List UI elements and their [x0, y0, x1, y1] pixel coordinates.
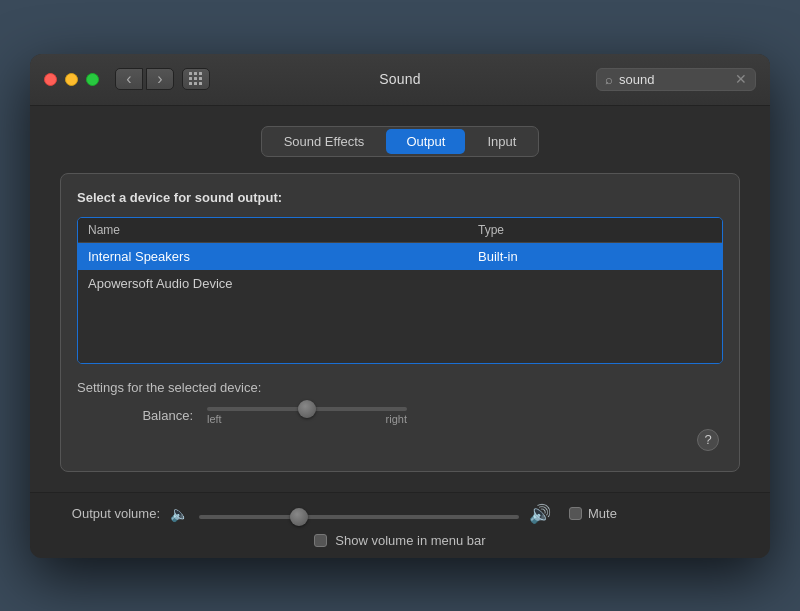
show-volume-row: Show volume in menu bar: [60, 533, 740, 548]
column-type-header: Type: [478, 223, 712, 237]
balance-slider[interactable]: [207, 407, 407, 411]
device-settings: Settings for the selected device: Balanc…: [77, 380, 723, 455]
search-input[interactable]: [619, 72, 729, 87]
tab-group: Sound Effects Output Input: [261, 126, 540, 157]
help-button[interactable]: ?: [697, 429, 719, 451]
settings-help-row: ?: [77, 429, 723, 455]
help-icon: ?: [704, 432, 711, 447]
minimize-button[interactable]: [65, 73, 78, 86]
search-clear-icon[interactable]: ✕: [735, 72, 747, 86]
bottom-bar: Output volume: 🔈 🔊 Mute Show volume in m…: [30, 492, 770, 558]
table-header: Name Type: [78, 218, 722, 243]
main-window: ‹ › Sound ⌕ ✕ Sound Effects: [30, 54, 770, 558]
back-icon: ‹: [126, 70, 131, 88]
tab-output[interactable]: Output: [386, 129, 465, 154]
output-panel: Select a device for sound output: Name T…: [60, 173, 740, 472]
grid-button[interactable]: [182, 68, 210, 90]
table-row[interactable]: Internal Speakers Built-in: [78, 243, 722, 270]
window-title: Sound: [379, 71, 420, 87]
device-type-cell: Built-in: [478, 249, 712, 264]
forward-button[interactable]: ›: [146, 68, 174, 90]
balance-right-label: right: [386, 413, 407, 425]
show-volume-checkbox[interactable]: [314, 534, 327, 547]
panel-title: Select a device for sound output:: [77, 190, 723, 205]
device-type-cell: [478, 276, 712, 291]
balance-label: Balance:: [137, 408, 193, 423]
device-name-cell: Internal Speakers: [88, 249, 478, 264]
balance-row: Balance: left right: [137, 407, 723, 425]
table-body: Internal Speakers Built-in Apowersoft Au…: [78, 243, 722, 363]
forward-icon: ›: [157, 70, 162, 88]
show-volume-label: Show volume in menu bar: [335, 533, 485, 548]
device-name-cell: Apowersoft Audio Device: [88, 276, 478, 291]
traffic-lights: [44, 73, 99, 86]
volume-slider[interactable]: [199, 515, 519, 519]
content-area: Sound Effects Output Input Select a devi…: [30, 106, 770, 492]
search-box: ⌕ ✕: [596, 68, 756, 91]
volume-label: Output volume:: [60, 506, 160, 521]
tab-input[interactable]: Input: [467, 129, 536, 154]
settings-label: Settings for the selected device:: [77, 380, 723, 395]
device-table: Name Type Internal Speakers Built-in Apo…: [77, 217, 723, 364]
tabs-container: Sound Effects Output Input: [60, 126, 740, 157]
maximize-button[interactable]: [86, 73, 99, 86]
close-button[interactable]: [44, 73, 57, 86]
table-row[interactable]: Apowersoft Audio Device: [78, 270, 722, 297]
grid-icon: [189, 72, 203, 86]
tab-sound-effects[interactable]: Sound Effects: [264, 129, 385, 154]
column-name-header: Name: [88, 223, 478, 237]
mute-label: Mute: [588, 506, 617, 521]
mute-checkbox[interactable]: [569, 507, 582, 520]
volume-row: Output volume: 🔈 🔊 Mute: [60, 503, 740, 525]
volume-slider-container: [199, 505, 519, 523]
balance-slider-container: left right: [207, 407, 507, 425]
back-button[interactable]: ‹: [115, 68, 143, 90]
nav-buttons: ‹ ›: [115, 68, 174, 90]
search-icon: ⌕: [605, 72, 613, 87]
titlebar: ‹ › Sound ⌕ ✕: [30, 54, 770, 106]
volume-low-icon: 🔈: [170, 505, 189, 523]
balance-left-label: left: [207, 413, 222, 425]
volume-high-icon: 🔊: [529, 503, 551, 525]
